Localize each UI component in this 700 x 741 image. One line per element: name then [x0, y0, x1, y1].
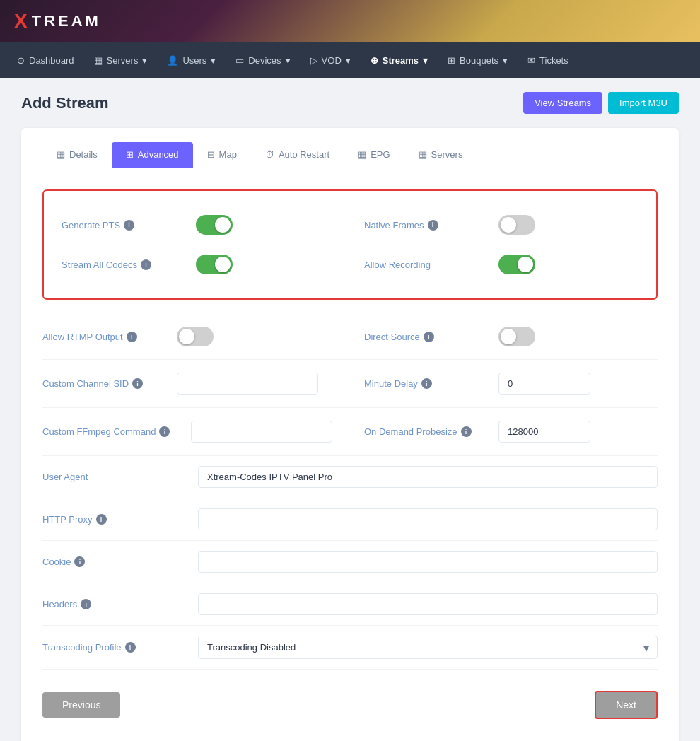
user-agent-label: User Agent — [42, 472, 184, 482]
on-demand-probesize-col: On Demand Probesize i — [350, 411, 658, 453]
nav-streams-label: Streams — [383, 55, 419, 66]
minute-delay-input[interactable] — [498, 373, 590, 395]
logo-x: X — [14, 10, 30, 33]
nav-dashboard-label: Dashboard — [29, 55, 74, 66]
custom-channel-sid-label: Custom Channel SID i — [42, 378, 156, 389]
headers-row: Headers i — [42, 583, 658, 626]
tab-advanced-label: Advanced — [138, 149, 179, 160]
minute-delay-info-icon[interactable]: i — [421, 378, 432, 389]
tab-details-label: Details — [69, 149, 98, 160]
nav-servers[interactable]: ▦ Servers ▾ — [84, 42, 158, 78]
page-content: Add Stream View Streams Import M3U ▦ Det… — [0, 78, 700, 741]
direct-source-toggle[interactable] — [498, 327, 535, 346]
streams-icon: ⊕ — [371, 55, 378, 66]
next-button[interactable]: Next — [595, 691, 658, 719]
tab-auto-restart[interactable]: ⏱ Auto Restart — [251, 142, 344, 168]
transcoding-info-icon[interactable]: i — [125, 642, 136, 653]
view-streams-button[interactable]: View Streams — [523, 92, 602, 114]
nav-dashboard[interactable]: ⊙ Dashboard — [7, 42, 84, 78]
ffmpeg-info-icon[interactable]: i — [159, 426, 170, 437]
highlighted-section: Generate PTS i Native Frames i — [42, 189, 658, 300]
headers-label: Headers i — [42, 599, 184, 609]
allow-recording-toggle[interactable] — [498, 255, 535, 274]
map-tab-icon: ⊟ — [207, 149, 215, 160]
tab-advanced[interactable]: ⊞ Advanced — [112, 142, 193, 168]
cookie-label: Cookie i — [42, 556, 184, 567]
tab-epg[interactable]: ▦ EPG — [344, 142, 404, 168]
streams-dropdown-icon: ▾ — [423, 55, 428, 66]
native-frames-toggle[interactable] — [498, 215, 535, 235]
advanced-tab-icon: ⊞ — [126, 149, 134, 160]
cookie-input[interactable] — [198, 551, 658, 573]
direct-source-label: Direct Source i — [364, 332, 477, 342]
vod-dropdown-icon: ▾ — [346, 55, 351, 66]
nav-users-label: Users — [182, 55, 206, 66]
stream-all-codecs-info-icon[interactable]: i — [141, 259, 151, 270]
headers-info-icon[interactable]: i — [81, 599, 91, 609]
page-title: Add Stream — [21, 94, 108, 112]
logo-text: TREAM — [32, 12, 101, 30]
tab-auto-restart-label: Auto Restart — [279, 149, 329, 160]
headers-input[interactable] — [198, 593, 658, 615]
allow-recording-label: Allow Recording — [364, 259, 477, 270]
custom-sid-info-icon[interactable]: i — [132, 378, 143, 389]
tickets-icon: ✉ — [527, 55, 535, 66]
nav-bouquets-label: Bouquets — [460, 55, 498, 66]
user-agent-input[interactable] — [198, 466, 658, 488]
dashboard-icon: ⊙ — [17, 55, 25, 66]
main-card: ▦ Details ⊞ Advanced ⊟ Map ⏱ Auto Restar… — [21, 128, 679, 741]
import-m3u-button[interactable]: Import M3U — [608, 92, 679, 114]
sid-delay-row: Custom Channel SID i Minute Delay i — [42, 360, 658, 408]
cookie-input-wrapper — [198, 551, 658, 573]
tab-map-label: Map — [219, 149, 237, 160]
user-agent-input-wrapper — [198, 466, 658, 488]
logo: X TREAM — [14, 10, 101, 33]
http-proxy-info-icon[interactable]: i — [96, 514, 107, 525]
tab-epg-label: EPG — [371, 149, 390, 160]
nav-vod-label: VOD — [322, 55, 342, 66]
auto-restart-tab-icon: ⏱ — [265, 149, 274, 160]
nav-users[interactable]: 👤 Users ▾ — [157, 42, 226, 78]
top-banner: X TREAM — [0, 0, 700, 42]
allow-rtmp-label: Allow RTMP Output i — [42, 332, 156, 342]
on-demand-probesize-input[interactable] — [498, 421, 590, 443]
native-frames-info-icon[interactable]: i — [428, 220, 438, 231]
rtmp-info-icon[interactable]: i — [127, 332, 137, 342]
minute-delay-col: Minute Delay i — [350, 363, 658, 404]
tab-details[interactable]: ▦ Details — [42, 142, 112, 168]
stream-all-codecs-col: Stream All Codecs i — [62, 245, 350, 284]
generate-pts-toggle[interactable] — [196, 215, 233, 235]
servers-tab-icon: ▦ — [419, 149, 427, 160]
native-frames-col: Native Frames i — [350, 205, 638, 245]
generate-pts-info-icon[interactable]: i — [124, 220, 134, 231]
previous-button[interactable]: Previous — [42, 692, 120, 718]
tab-servers[interactable]: ▦ Servers — [404, 142, 477, 168]
cookie-info-icon[interactable]: i — [74, 556, 85, 567]
stream-all-codecs-label: Stream All Codecs i — [62, 259, 175, 270]
minute-delay-label: Minute Delay i — [364, 378, 477, 389]
users-icon: 👤 — [167, 55, 178, 66]
nav-tickets[interactable]: ✉ Tickets — [518, 42, 578, 78]
nav-devices[interactable]: ▭ Devices ▾ — [226, 42, 300, 78]
http-proxy-label: HTTP Proxy i — [42, 514, 184, 525]
custom-channel-sid-input[interactable] — [177, 373, 318, 395]
stream-all-codecs-toggle[interactable] — [196, 255, 233, 274]
direct-source-col: Direct Source i — [350, 317, 658, 356]
on-demand-probesize-label: On Demand Probesize i — [364, 426, 477, 437]
stream-all-codecs-row: Stream All Codecs i Allow Recording — [62, 245, 638, 284]
transcoding-profile-select[interactable]: Transcoding Disabled — [198, 636, 658, 659]
allow-rtmp-toggle[interactable] — [177, 327, 214, 346]
nav-streams[interactable]: ⊕ Streams ▾ — [361, 42, 438, 78]
tab-map[interactable]: ⊟ Map — [193, 142, 251, 168]
epg-tab-icon: ▦ — [358, 149, 366, 160]
probesize-info-icon[interactable]: i — [461, 426, 472, 437]
custom-ffmpeg-input[interactable] — [191, 421, 332, 443]
allow-recording-col: Allow Recording — [350, 245, 638, 284]
direct-source-info-icon[interactable]: i — [424, 332, 434, 342]
nav-vod[interactable]: ▷ VOD ▾ — [301, 42, 361, 78]
http-proxy-input[interactable] — [198, 508, 658, 530]
rtmp-direct-row: Allow RTMP Output i Direct Source i — [42, 314, 658, 360]
bottom-navigation: Previous Next — [42, 677, 658, 726]
nav-tickets-label: Tickets — [539, 55, 568, 66]
nav-bouquets[interactable]: ⊞ Bouquets ▾ — [438, 42, 518, 78]
